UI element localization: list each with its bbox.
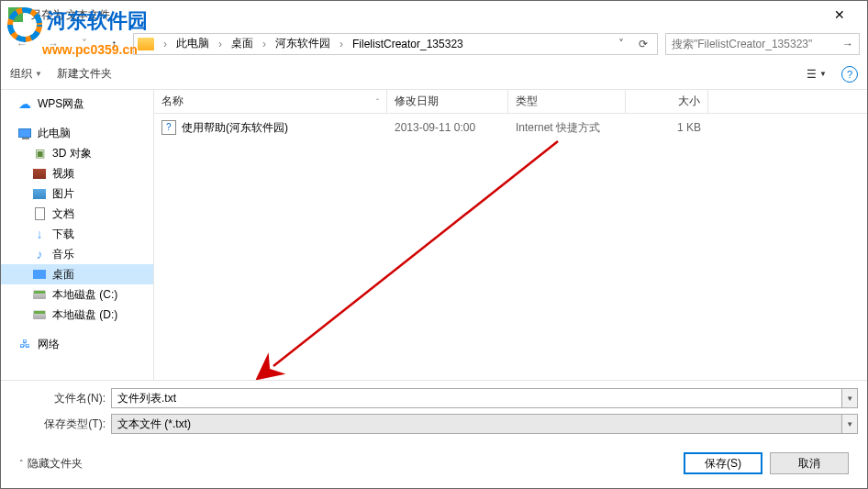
breadcrumb-item[interactable]: FilelistCreator_135323: [349, 36, 467, 52]
file-icon: [161, 120, 176, 135]
file-row[interactable]: 使用帮助(河东软件园) 2013-09-11 0:00 Internet 快捷方…: [154, 117, 867, 138]
svg-line-2: [273, 141, 558, 366]
search-box[interactable]: →: [665, 33, 860, 55]
filename-row: 文件名(N): ▼: [10, 388, 858, 408]
save-button[interactable]: 保存(S): [684, 452, 762, 474]
music-icon: ♪: [32, 247, 47, 261]
footer: ˄ 隐藏文件夹 保存(S) 取消: [10, 439, 858, 474]
chevron-right-icon: ›: [160, 38, 171, 50]
sidebar-item-desktop[interactable]: 桌面: [1, 264, 153, 284]
column-headers: 名称 ˆ 修改日期 类型 大小: [154, 90, 867, 114]
header-name[interactable]: 名称 ˆ: [154, 90, 387, 113]
help-button[interactable]: ?: [841, 66, 858, 83]
cancel-button[interactable]: 取消: [770, 452, 849, 474]
network-icon: 🖧: [17, 337, 32, 351]
filetype-select[interactable]: [111, 414, 841, 434]
cube-icon: ▣: [32, 146, 47, 161]
close-button[interactable]: ✕: [818, 1, 860, 28]
desktop-icon: [32, 267, 47, 282]
sidebar-item-3d[interactable]: ▣ 3D 对象: [1, 143, 153, 163]
nav-recent-dropdown[interactable]: ˅: [71, 32, 98, 56]
sidebar-item-pictures[interactable]: 图片: [1, 183, 153, 204]
nav-forward-button: →: [39, 32, 67, 56]
filetype-label: 保存类型(T):: [10, 417, 111, 432]
breadcrumb-dropdown[interactable]: ˅: [611, 35, 631, 53]
organize-button[interactable]: 组织 ▼: [10, 66, 42, 82]
annotation-arrow: [255, 114, 576, 380]
chevron-right-icon: ›: [215, 38, 226, 50]
nav-up-button[interactable]: ↑: [102, 32, 126, 56]
video-icon: [32, 166, 47, 181]
search-icon[interactable]: →: [842, 38, 853, 50]
filename-input[interactable]: [111, 388, 841, 408]
file-area: 名称 ˆ 修改日期 类型 大小 使用帮助(河东软件园) 2013-09-11 0…: [154, 90, 867, 380]
sidebar-item-video[interactable]: 视频: [1, 163, 153, 183]
breadcrumb-item[interactable]: 此电脑: [172, 34, 213, 53]
sidebar-item-disk-c[interactable]: 本地磁盘 (C:): [1, 284, 153, 305]
document-icon: [32, 206, 47, 221]
filename-dropdown[interactable]: ▼: [841, 388, 858, 408]
filetype-dropdown[interactable]: ▼: [841, 414, 858, 434]
nav-row: ← → ˅ ↑ › 此电脑 › 桌面 › 河东软件园 › FilelistCre…: [1, 28, 867, 59]
header-date[interactable]: 修改日期: [387, 90, 508, 113]
disk-icon: [32, 307, 47, 322]
bottom-panel: 文件名(N): ▼ 保存类型(T): ▼ ˄ 隐藏文件夹 保存(S) 取消: [1, 380, 867, 483]
header-size[interactable]: 大小: [626, 90, 708, 113]
window-title: 另存为 文本文件: [30, 7, 818, 23]
nav-back-button[interactable]: ←: [8, 32, 36, 56]
cloud-icon: ☁: [17, 96, 32, 111]
titlebar: 另存为 文本文件 ✕: [1, 1, 867, 28]
chevron-down-icon: ▼: [35, 70, 42, 78]
file-name: 使用帮助(河东软件园): [182, 120, 288, 136]
breadcrumb-item[interactable]: 河东软件园: [272, 34, 334, 53]
app-icon: [8, 7, 23, 22]
breadcrumb-item[interactable]: 桌面: [228, 34, 257, 53]
file-list[interactable]: 使用帮助(河东软件园) 2013-09-11 0:00 Internet 快捷方…: [154, 114, 867, 380]
search-input[interactable]: [672, 38, 842, 50]
chevron-right-icon: ›: [336, 38, 347, 50]
toolbar: 组织 ▼ 新建文件夹 ☰ ▼ ?: [1, 59, 867, 90]
disk-icon: [32, 287, 47, 302]
chevron-down-icon: ▼: [819, 70, 827, 78]
view-options-button[interactable]: ☰ ▼: [801, 66, 832, 83]
folder-icon: [138, 38, 154, 50]
sidebar-item-downloads[interactable]: ↓ 下载: [1, 224, 153, 244]
download-icon: ↓: [32, 227, 47, 241]
hide-folders-toggle[interactable]: ˄ 隐藏文件夹: [19, 456, 83, 472]
chevron-up-icon: ˄: [19, 459, 24, 468]
file-type: Internet 快捷方式: [508, 120, 626, 136]
main-area: ☁ WPS网盘 此电脑 ▣ 3D 对象 视频 图片 文档 ↓ 下载 ♪: [1, 90, 867, 380]
sidebar-item-wps[interactable]: ☁ WPS网盘: [1, 94, 153, 114]
sidebar-item-documents[interactable]: 文档: [1, 204, 153, 224]
sidebar-item-pc[interactable]: 此电脑: [1, 123, 153, 143]
file-date: 2013-09-11 0:00: [387, 121, 508, 134]
header-type[interactable]: 类型: [508, 90, 626, 113]
breadcrumb[interactable]: › 此电脑 › 桌面 › 河东软件园 › FilelistCreator_135…: [133, 33, 658, 55]
image-icon: [32, 186, 47, 201]
new-folder-button[interactable]: 新建文件夹: [57, 66, 112, 82]
sidebar-item-network[interactable]: 🖧 网络: [1, 334, 153, 354]
sidebar: ☁ WPS网盘 此电脑 ▣ 3D 对象 视频 图片 文档 ↓ 下载 ♪: [1, 90, 154, 380]
chevron-right-icon: ›: [259, 38, 270, 50]
refresh-button[interactable]: ⟳: [633, 35, 653, 53]
filetype-row: 保存类型(T): ▼: [10, 414, 858, 434]
sidebar-item-disk-d[interactable]: 本地磁盘 (D:): [1, 305, 153, 325]
view-icon: ☰: [807, 68, 817, 81]
sort-indicator-icon: ˆ: [376, 97, 379, 106]
filename-label: 文件名(N):: [10, 391, 111, 406]
file-size: 1 KB: [626, 121, 708, 134]
pc-icon: [17, 126, 32, 140]
sidebar-item-music[interactable]: ♪ 音乐: [1, 244, 153, 264]
